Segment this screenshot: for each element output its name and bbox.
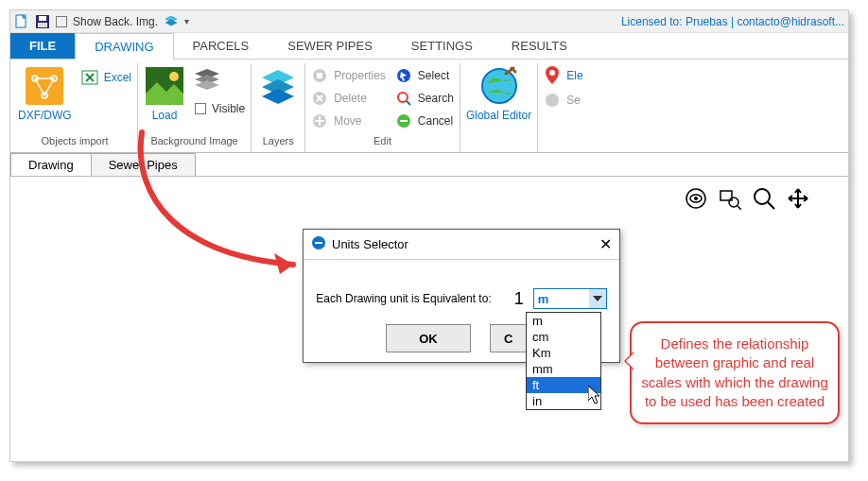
tab-results[interactable]: RESULTS bbox=[493, 33, 587, 59]
qat-dropdown-icon[interactable]: ▾ bbox=[184, 16, 189, 26]
option-km[interactable]: Km bbox=[527, 345, 600, 361]
svg-point-27 bbox=[755, 189, 770, 204]
global-editor-button[interactable]: Global Editor bbox=[466, 65, 531, 122]
layers-toggle-icon[interactable] bbox=[164, 14, 179, 29]
load-image-icon bbox=[144, 65, 185, 107]
save-icon[interactable] bbox=[35, 14, 50, 29]
svg-rect-2 bbox=[39, 16, 46, 21]
group-right-truncated: Ele Se bbox=[538, 63, 588, 152]
pan-tool[interactable] bbox=[786, 186, 810, 211]
svg-rect-18 bbox=[400, 120, 408, 122]
chevron-down-icon bbox=[589, 289, 606, 308]
annotation-callout: Defines the relationship between graphic… bbox=[630, 321, 840, 424]
view-tab-drawing[interactable]: Drawing bbox=[10, 153, 92, 176]
main-menu: FILE DRAWING PARCELS SEWER PIPES SETTING… bbox=[10, 33, 848, 60]
show-back-img-label: Show Back. Img. bbox=[73, 15, 158, 28]
zoom-rect-tool[interactable] bbox=[718, 186, 742, 211]
svg-rect-12 bbox=[317, 73, 322, 78]
ele-button[interactable]: Ele bbox=[544, 67, 582, 84]
tab-sewer-pipes[interactable]: SEWER PIPES bbox=[269, 33, 392, 59]
search-icon bbox=[395, 90, 412, 107]
svg-point-10 bbox=[169, 72, 179, 81]
layers-stack-icon[interactable] bbox=[195, 69, 245, 94]
file-menu[interactable]: FILE bbox=[10, 33, 75, 59]
dxf-dwg-button[interactable]: DXF/DWG bbox=[18, 65, 72, 122]
dialog-close-button[interactable]: ✕ bbox=[599, 235, 612, 253]
new-icon[interactable] bbox=[14, 14, 29, 29]
title-bar: Show Back. Img. ▾ Licensed to: Pruebas |… bbox=[10, 10, 848, 33]
svg-point-16 bbox=[398, 93, 408, 102]
select-button[interactable]: Select bbox=[395, 67, 454, 84]
tab-parcels[interactable]: PARCELS bbox=[174, 33, 269, 59]
svg-point-20 bbox=[549, 70, 555, 76]
excel-button[interactable]: Excel bbox=[81, 69, 131, 86]
dialog-prompt: Each Drawing unit is Equivalent to: bbox=[316, 292, 491, 305]
svg-rect-4 bbox=[26, 67, 63, 105]
option-m[interactable]: m bbox=[527, 313, 600, 329]
visible-checkbox[interactable]: Visible bbox=[195, 102, 245, 115]
properties-icon bbox=[311, 67, 328, 84]
delete-button[interactable]: Delete bbox=[311, 90, 386, 107]
group-global-editor: Global Editor bbox=[460, 63, 538, 152]
search-button[interactable]: Search bbox=[395, 90, 454, 107]
dialog-value: 1 bbox=[501, 289, 524, 309]
license-info: Licensed to: Pruebas | contacto@hidrasof… bbox=[621, 15, 844, 28]
select-icon bbox=[395, 67, 412, 84]
svg-point-24 bbox=[694, 197, 698, 200]
zoom-tool[interactable] bbox=[752, 186, 776, 211]
show-back-img-checkbox[interactable] bbox=[56, 16, 67, 27]
cursor-icon bbox=[588, 386, 605, 406]
layers-icon bbox=[257, 65, 299, 107]
ok-button[interactable]: OK bbox=[386, 324, 471, 352]
svg-point-26 bbox=[729, 198, 738, 207]
tab-drawing[interactable]: DRAWING bbox=[75, 33, 173, 60]
option-cm[interactable]: cm bbox=[527, 329, 600, 345]
svg-point-19 bbox=[482, 69, 516, 103]
group-objects-import: DXF/DWG Excel Objects import bbox=[12, 63, 138, 152]
arrow-annotation bbox=[123, 123, 331, 283]
circle-icon bbox=[544, 92, 561, 109]
svg-rect-3 bbox=[38, 23, 47, 27]
properties-button[interactable]: Properties bbox=[311, 67, 386, 84]
eye-tool[interactable] bbox=[684, 186, 708, 211]
svg-point-21 bbox=[546, 94, 559, 107]
option-mm[interactable]: mm bbox=[527, 361, 600, 377]
pin-icon bbox=[544, 67, 561, 84]
excel-icon bbox=[81, 69, 98, 86]
se-button[interactable]: Se bbox=[544, 92, 582, 109]
layers-button[interactable] bbox=[257, 65, 299, 107]
cancel-icon bbox=[395, 112, 412, 129]
cancel-button[interactable]: Cancel bbox=[395, 112, 454, 129]
load-button[interactable]: Load bbox=[144, 65, 185, 122]
dialog-title: Units Selector bbox=[332, 237, 408, 251]
globe-icon bbox=[478, 65, 520, 107]
tab-settings[interactable]: SETTINGS bbox=[392, 33, 493, 59]
units-combobox[interactable]: m bbox=[533, 288, 607, 309]
delete-icon bbox=[311, 90, 328, 107]
dxf-icon bbox=[24, 65, 65, 107]
